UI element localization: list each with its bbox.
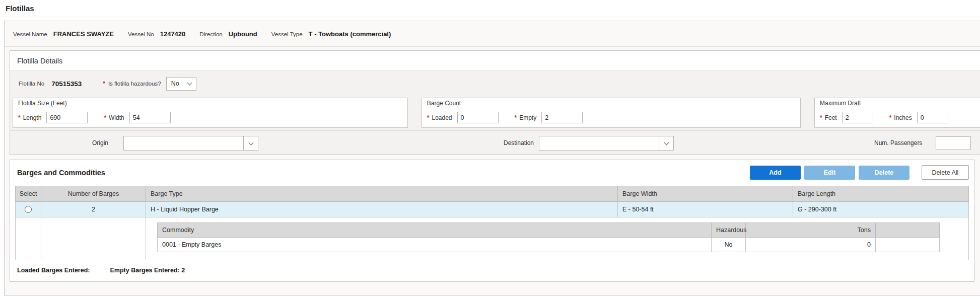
barges-commodities-section: Barges and Commodities Add Edit Delete D… xyxy=(10,160,974,282)
select-column-header: Select xyxy=(16,186,41,202)
vessel-type-field: Vessel Type T - Towboats (commercial) xyxy=(271,30,391,38)
inches-input[interactable] xyxy=(917,112,948,123)
maximum-draft-fieldset: Maximum Draft * Feet * Inches xyxy=(814,98,980,128)
barge-count-title: Barge Count xyxy=(422,98,800,108)
direction-value: Upbound xyxy=(229,30,257,38)
barges-commodities-title: Barges and Commodities xyxy=(17,169,105,177)
empty-cell xyxy=(876,238,940,252)
vessel-no-value: 1247420 xyxy=(160,30,186,38)
measurements-row: Flotilla Size (Feet) * Length * Width Ba… xyxy=(10,96,980,130)
barge-length-cell: G - 290-300 ft xyxy=(793,202,969,217)
barge-length-column-header: Barge Length xyxy=(793,186,969,202)
vessel-name-value: FRANCES SWAYZE xyxy=(53,30,114,38)
flotilla-no-row: Flotilla No 70515353 * Is flotilla hazar… xyxy=(10,71,980,96)
commodity-tons-cell: 0 xyxy=(746,238,876,252)
barges-commodities-header: Barges and Commodities Add Edit Delete D… xyxy=(10,160,974,184)
edit-button[interactable]: Edit xyxy=(804,166,855,180)
empty-cell xyxy=(41,217,146,260)
empty-input[interactable] xyxy=(541,112,583,123)
empty-barges-entered-text: Empty Barges Entered: 2 xyxy=(110,267,185,274)
barge-type-column-header: Barge Type xyxy=(146,186,618,202)
loaded-label: Loaded xyxy=(432,114,452,121)
vessel-name-field: Vessel Name FRANCES SWAYZE xyxy=(13,30,114,38)
inches-label: Inches xyxy=(894,114,912,121)
empty-cell xyxy=(16,217,41,260)
hazardous-select[interactable]: No xyxy=(166,77,196,91)
number-of-barges-cell: 2 xyxy=(41,202,146,217)
vessel-info-bar: Vessel Name FRANCES SWAYZE Vessel No 124… xyxy=(5,21,980,47)
chevron-down-icon xyxy=(248,140,253,145)
origin-dropdown-button[interactable] xyxy=(243,136,258,151)
flotilla-no-label: Flotilla No xyxy=(19,81,44,87)
barge-type-cell: H - Liquid Hopper Barge xyxy=(146,202,618,217)
direction-label: Direction xyxy=(199,31,222,37)
width-input[interactable] xyxy=(129,112,171,123)
delete-button[interactable]: Delete xyxy=(859,166,909,180)
maximum-draft-title: Maximum Draft xyxy=(815,98,980,108)
flotilla-outer-panel: Vessel Name FRANCES SWAYZE Vessel No 124… xyxy=(4,21,980,295)
destination-label: Destination xyxy=(504,139,534,146)
required-marker: * xyxy=(18,114,21,121)
chevron-down-icon xyxy=(187,81,192,86)
origin-label: Origin xyxy=(92,139,108,146)
empty-column-header xyxy=(876,223,940,238)
passengers-label: Num. Passengers xyxy=(874,139,922,146)
add-button[interactable]: Add xyxy=(750,166,801,180)
chevron-down-icon xyxy=(664,140,669,145)
page-title: Flotillas xyxy=(6,4,34,13)
flotillas-page: Flotillas Vessel Name FRANCES SWAYZE Ves… xyxy=(0,0,980,298)
passengers-input[interactable] xyxy=(936,136,971,150)
origin-input[interactable] xyxy=(123,136,243,151)
flotilla-size-title: Flotilla Size (Feet) xyxy=(13,98,407,108)
commodity-hazardous-cell: No xyxy=(712,238,746,252)
route-row: Origin Destination Num. Passengers xyxy=(10,130,980,155)
header-divider xyxy=(0,17,980,17)
tons-column-header: Tons xyxy=(746,223,876,238)
empty-label: Empty xyxy=(519,114,536,121)
barge-width-cell: E - 50-54 ft xyxy=(618,202,793,217)
feet-input[interactable] xyxy=(842,112,873,123)
commodity-table-row: 0001 - Empty Barges No 0 xyxy=(158,238,940,252)
direction-field: Direction Upbound xyxy=(199,30,257,38)
vessel-no-field: Vessel No 1247420 xyxy=(128,30,185,38)
vessel-type-label: Vessel Type xyxy=(271,31,303,37)
hazardous-label: Is flotilla hazardous? xyxy=(108,81,161,87)
required-marker: * xyxy=(104,114,106,121)
required-marker: * xyxy=(103,80,105,87)
delete-all-button[interactable]: Delete All xyxy=(922,165,969,180)
required-marker: * xyxy=(427,114,430,121)
commodity-cell: 0001 - Empty Barges xyxy=(158,238,712,252)
required-marker: * xyxy=(820,114,822,121)
barge-summary: Loaded Barges Entered: Empty Barges Ente… xyxy=(10,260,974,281)
destination-combobox xyxy=(539,136,674,151)
hazardous-select-value: No xyxy=(171,80,179,87)
row-select-radio[interactable] xyxy=(25,206,32,213)
length-label: Length xyxy=(23,114,42,121)
origin-combobox xyxy=(123,136,258,151)
barge-count-fieldset: Barge Count * Loaded * Empty xyxy=(422,98,801,128)
barges-table: Select Number of Barges Barge Type Barge… xyxy=(15,186,969,260)
destination-dropdown-button[interactable] xyxy=(659,136,674,151)
flotilla-details-title: Flotilla Details xyxy=(10,51,980,71)
hazardous-column-header: Hazardous xyxy=(712,223,746,238)
vessel-name-label: Vessel Name xyxy=(13,31,47,37)
commodity-column-header: Commodity xyxy=(158,223,712,238)
vessel-type-value: T - Towboats (commercial) xyxy=(309,30,391,38)
number-of-barges-column-header: Number of Barges xyxy=(41,186,146,202)
length-input[interactable] xyxy=(46,112,88,123)
flotilla-size-fieldset: Flotilla Size (Feet) * Length * Width xyxy=(13,98,408,128)
barge-detail-row: Commodity Hazardous Tons 0001 - Empty Ba… xyxy=(16,217,969,260)
required-marker: * xyxy=(889,114,892,121)
vessel-no-label: Vessel No xyxy=(128,31,154,37)
flotilla-no-value: 70515353 xyxy=(51,80,82,88)
required-marker: * xyxy=(515,114,517,121)
commodity-table-header-row: Commodity Hazardous Tons xyxy=(158,223,940,238)
width-label: Width xyxy=(109,114,124,121)
destination-input[interactable] xyxy=(539,136,659,151)
barge-table-row: 2 H - Liquid Hopper Barge E - 50-54 ft G… xyxy=(16,202,969,217)
loaded-input[interactable] xyxy=(457,112,499,123)
barges-table-header-row: Select Number of Barges Barge Type Barge… xyxy=(16,186,969,202)
loaded-barges-entered-text: Loaded Barges Entered: xyxy=(17,267,90,274)
flotilla-details-section: Flotilla Details Flotilla No 70515353 * … xyxy=(10,50,980,155)
feet-label: Feet xyxy=(825,114,837,121)
